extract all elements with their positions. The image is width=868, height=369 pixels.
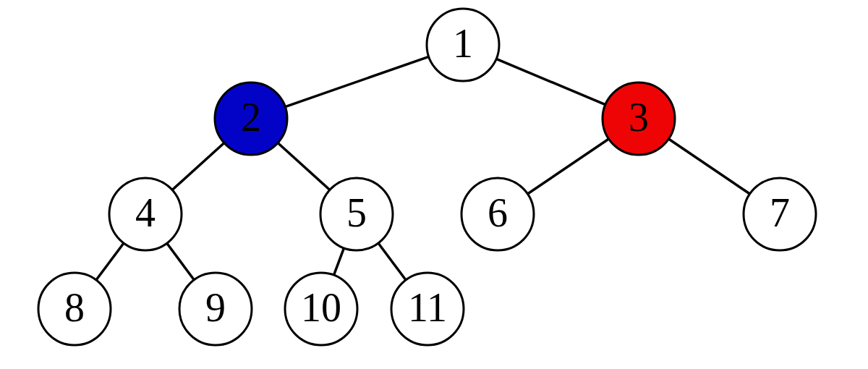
edge-n4-n9 bbox=[167, 243, 194, 280]
nodes-layer: 1234567891011 bbox=[38, 9, 816, 345]
tree-diagram: 1234567891011 bbox=[0, 0, 868, 369]
node-9: 9 bbox=[179, 273, 252, 345]
node-label-4: 4 bbox=[135, 190, 156, 235]
node-label-3: 3 bbox=[629, 95, 649, 140]
node-label-11: 11 bbox=[408, 285, 447, 330]
node-label-5: 5 bbox=[346, 190, 367, 235]
node-3: 3 bbox=[603, 82, 675, 155]
node-2: 2 bbox=[215, 82, 287, 155]
node-label-2: 2 bbox=[241, 95, 261, 140]
edge-n2-n5 bbox=[278, 143, 330, 190]
edge-n5-n10 bbox=[334, 248, 344, 275]
edge-n5-n11 bbox=[378, 243, 406, 280]
node-6: 6 bbox=[461, 178, 534, 250]
node-label-6: 6 bbox=[488, 190, 508, 235]
node-8: 8 bbox=[38, 273, 111, 345]
node-label-10: 10 bbox=[301, 285, 341, 330]
edge-n4-n8 bbox=[96, 243, 124, 280]
edge-n3-n6 bbox=[527, 139, 608, 194]
node-label-9: 9 bbox=[205, 285, 226, 330]
node-7: 7 bbox=[744, 178, 816, 250]
node-label-8: 8 bbox=[64, 285, 85, 330]
edge-n1-n3 bbox=[496, 59, 605, 104]
edge-n2-n4 bbox=[172, 143, 224, 190]
node-10: 10 bbox=[285, 273, 357, 345]
node-5: 5 bbox=[320, 178, 393, 250]
node-4: 4 bbox=[109, 178, 182, 250]
node-1: 1 bbox=[427, 9, 499, 81]
node-label-7: 7 bbox=[770, 190, 790, 235]
edge-n1-n2 bbox=[285, 56, 429, 106]
edge-n3-n7 bbox=[668, 139, 749, 194]
node-label-1: 1 bbox=[453, 21, 473, 66]
node-11: 11 bbox=[391, 273, 464, 345]
